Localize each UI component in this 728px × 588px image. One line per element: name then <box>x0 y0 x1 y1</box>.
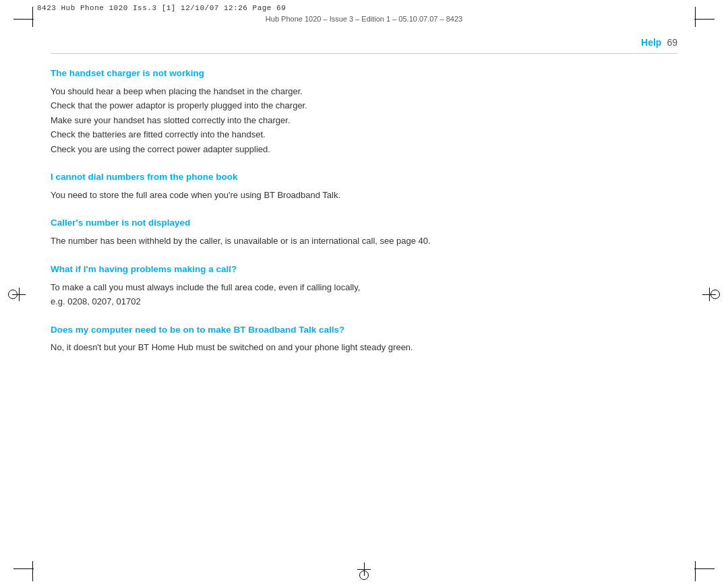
body-line: To make a call you must always include t… <box>51 280 677 294</box>
body-line: e.g. 0208, 0207, 01702 <box>51 294 677 308</box>
section-charger-body: You should hear a beep when placing the … <box>51 84 677 156</box>
registration-circle-right <box>710 290 720 299</box>
crop-mark-bl-h <box>13 568 34 569</box>
page-header-title: Help <box>641 37 661 48</box>
print-info-line: 8423 Hub Phone 1020 Iss.3 [1] 12/10/07 1… <box>37 4 286 12</box>
body-line: Check the batteries are fitted correctly… <box>51 127 677 141</box>
header-area: 8423 Hub Phone 1020 Iss.3 [1] 12/10/07 1… <box>0 0 728 34</box>
body-line: Check you are using the correct power ad… <box>51 142 677 156</box>
body-line: Check that the power adaptor is properly… <box>51 98 677 112</box>
page-content: Help 69 The handset charger is not worki… <box>51 37 677 551</box>
section-caller-heading: Caller's number is not displayed <box>51 217 677 230</box>
section-problems: What if I'm having problems making a cal… <box>51 263 677 309</box>
body-line: You need to store the full area code whe… <box>51 188 677 202</box>
crop-mark-br-v <box>695 561 696 581</box>
section-dialbook-heading: I cannot dial numbers from the phone boo… <box>51 171 677 184</box>
sections-container: The handset charger is not workingYou sh… <box>51 67 677 355</box>
body-line: No, it doesn't but your BT Home Hub must… <box>51 340 677 354</box>
section-problems-heading: What if I'm having problems making a cal… <box>51 263 677 276</box>
section-charger: The handset charger is not workingYou sh… <box>51 67 677 156</box>
section-computer: Does my computer need to be on to make B… <box>51 324 677 355</box>
body-line: You should hear a beep when placing the … <box>51 84 677 98</box>
page-header: Help 69 <box>51 37 677 54</box>
page-number: 69 <box>667 37 677 48</box>
section-dialbook: I cannot dial numbers from the phone boo… <box>51 171 677 202</box>
crop-mark-bl-v <box>32 561 33 581</box>
section-problems-body: To make a call you must always include t… <box>51 280 677 309</box>
section-charger-heading: The handset charger is not working <box>51 67 677 80</box>
registration-circle-left <box>8 290 18 299</box>
header-subtitle: Hub Phone 1020 – Issue 3 – Edition 1 – 0… <box>37 15 691 23</box>
section-computer-body: No, it doesn't but your BT Home Hub must… <box>51 340 677 354</box>
crop-mark-br-h <box>694 568 715 569</box>
body-line: The number has been withheld by the call… <box>51 234 677 248</box>
section-dialbook-body: You need to store the full area code whe… <box>51 188 677 202</box>
section-caller-body: The number has been withheld by the call… <box>51 234 677 248</box>
section-computer-heading: Does my computer need to be on to make B… <box>51 324 677 337</box>
body-line: Make sure your handset has slotted corre… <box>51 113 677 127</box>
registration-circle-bottom <box>359 570 369 580</box>
section-caller: Caller's number is not displayedThe numb… <box>51 217 677 248</box>
